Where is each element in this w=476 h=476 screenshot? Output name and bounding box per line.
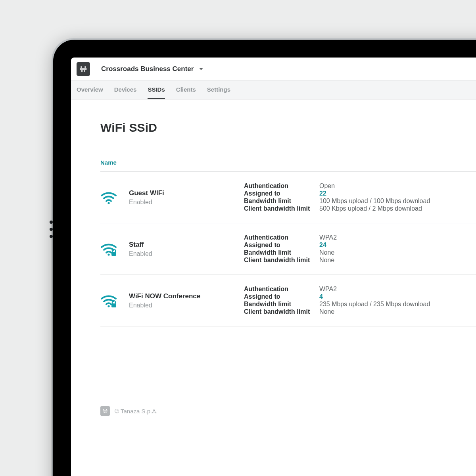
ssid-row[interactable]: Staff Enabled Authentication Assigned to… (100, 223, 476, 275)
label-assigned-to: Assigned to (244, 293, 319, 300)
tab-label: Overview (77, 86, 103, 93)
svg-rect-9 (111, 303, 116, 307)
svg-rect-14 (106, 412, 106, 413)
ssid-field-values: WPA2 4 235 Mbps upload / 235 Mbps downlo… (319, 285, 476, 316)
label-assigned-to: Assigned to (244, 190, 319, 197)
ssid-field-values: WPA2 24 None None (319, 234, 476, 264)
tab-devices[interactable]: Devices (114, 81, 137, 99)
svg-rect-1 (84, 66, 86, 67)
ssid-row[interactable]: Guest WIFi Enabled Authentication Assign… (100, 172, 476, 223)
ssid-status: Enabled (129, 250, 244, 257)
brand-logo-icon[interactable] (77, 62, 90, 76)
wifi-icon (100, 191, 129, 204)
ssid-name: Guest WIFi (129, 189, 244, 197)
device-side-buttons (50, 217, 52, 242)
value-client-bandwidth-limit: 500 Kbps upload / 2 Mbps download (319, 205, 476, 212)
ssid-identity: Staff Enabled (129, 241, 244, 257)
svg-rect-3 (81, 70, 83, 71)
ssid-status: Enabled (129, 199, 244, 206)
value-bandwidth-limit: 100 Mbps upload / 100 Mbps download (319, 198, 476, 205)
label-bandwidth-limit: Bandwidth limit (244, 301, 319, 308)
label-client-bandwidth-limit: Client bandwidth limit (244, 257, 319, 264)
label-authentication: Authentication (244, 286, 319, 293)
value-bandwidth-limit: None (319, 249, 476, 256)
svg-point-8 (107, 305, 109, 307)
page-content: WiFi SSiD Name Guest WIFi Enabled Authen… (71, 100, 476, 425)
ssid-identity: WiFi NOW Conference Enabled (129, 292, 244, 309)
svg-rect-4 (84, 70, 85, 71)
label-authentication: Authentication (244, 234, 319, 241)
ssid-status: Enabled (129, 302, 244, 309)
copyright-text: © Tanaza S.p.A. (115, 408, 157, 415)
value-assigned-to[interactable]: 24 (319, 242, 476, 249)
page-title: WiFi SSiD (100, 121, 476, 134)
label-bandwidth-limit: Bandwidth limit (244, 249, 319, 256)
value-authentication: WPA2 (319, 286, 476, 293)
svg-rect-7 (111, 252, 116, 256)
svg-rect-11 (106, 409, 107, 410)
svg-rect-10 (103, 409, 104, 410)
label-assigned-to: Assigned to (244, 242, 319, 249)
value-authentication: WPA2 (319, 234, 476, 241)
column-header-name[interactable]: Name (100, 159, 476, 171)
svg-rect-12 (103, 411, 107, 411)
tab-label: SSIDs (148, 86, 165, 93)
ssid-field-labels: Authentication Assigned to Bandwidth lim… (244, 285, 319, 316)
brand-logo-icon (100, 406, 110, 416)
chevron-down-icon (199, 68, 203, 70)
svg-point-6 (107, 253, 109, 255)
ssid-row[interactable]: WiFi NOW Conference Enabled Authenticati… (100, 275, 476, 326)
value-client-bandwidth-limit: None (319, 308, 476, 315)
value-bandwidth-limit: 235 Mbps upload / 235 Mbps download (319, 301, 476, 308)
ssid-table: Name Guest WIFi Enabled Authentication A… (100, 159, 476, 326)
svg-point-5 (107, 202, 109, 204)
svg-rect-0 (81, 66, 82, 67)
tablet-screen: Crossroads Business Center OverviewDevic… (71, 58, 476, 476)
ssid-field-labels: Authentication Assigned to Bandwidth lim… (244, 234, 319, 264)
app-footer: © Tanaza S.p.A. (100, 398, 476, 416)
label-client-bandwidth-limit: Client bandwidth limit (244, 308, 319, 315)
value-assigned-to[interactable]: 4 (319, 293, 476, 300)
label-bandwidth-limit: Bandwidth limit (244, 198, 319, 205)
tab-ssids[interactable]: SSIDs (148, 81, 165, 99)
label-authentication: Authentication (244, 182, 319, 190)
tablet-bezel: Crossroads Business Center OverviewDevic… (53, 40, 476, 476)
ssid-field-values: Open 22 100 Mbps upload / 100 Mbps downl… (319, 182, 476, 213)
network-picker[interactable]: Crossroads Business Center (101, 65, 203, 73)
tab-settings[interactable]: Settings (207, 81, 230, 99)
value-client-bandwidth-limit: None (319, 257, 476, 264)
tab-strip: OverviewDevicesSSIDsClientsSettings (71, 81, 476, 100)
ssid-name: WiFi NOW Conference (129, 292, 244, 300)
svg-rect-13 (104, 412, 105, 413)
app-header: Crossroads Business Center (71, 58, 476, 81)
svg-rect-2 (80, 68, 87, 69)
tab-label: Clients (176, 86, 196, 93)
wifi-secured-icon (100, 294, 129, 307)
tablet-frame: Crossroads Business Center OverviewDevic… (52, 38, 476, 476)
value-authentication: Open (319, 182, 476, 190)
tab-overview[interactable]: Overview (77, 81, 103, 99)
ssid-identity: Guest WIFi Enabled (129, 189, 244, 206)
ssid-name: Staff (129, 241, 244, 249)
tab-label: Settings (207, 86, 230, 93)
wifi-secured-icon (100, 242, 129, 256)
label-client-bandwidth-limit: Client bandwidth limit (244, 205, 319, 212)
network-name: Crossroads Business Center (101, 65, 194, 73)
value-assigned-to[interactable]: 22 (319, 190, 476, 197)
tab-label: Devices (114, 86, 137, 93)
ssid-field-labels: Authentication Assigned to Bandwidth lim… (244, 182, 319, 213)
tab-clients[interactable]: Clients (176, 81, 196, 99)
